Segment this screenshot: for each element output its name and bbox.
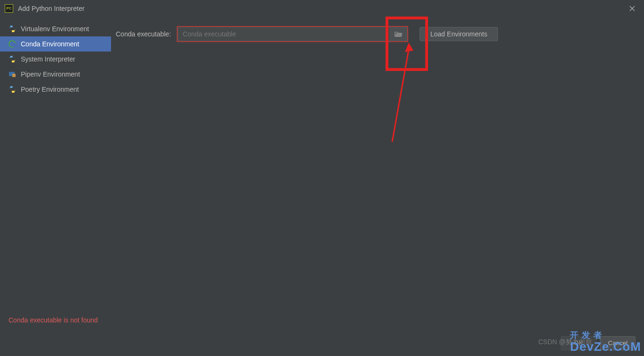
svg-point-4	[11, 56, 12, 57]
svg-point-5	[13, 61, 14, 62]
error-message: Conda executable is not found	[9, 316, 98, 324]
titlebar: PC Add Python Interpreter	[0, 0, 644, 17]
python-icon	[9, 86, 16, 93]
python-icon	[9, 55, 16, 63]
main-area: Virtualenv Environment Conda Environment…	[0, 17, 644, 330]
browse-button[interactable]	[390, 27, 407, 41]
sidebar-item-label: Virtualenv Environment	[21, 25, 89, 33]
sidebar: Virtualenv Environment Conda Environment…	[0, 17, 111, 330]
conda-executable-input-wrap	[177, 26, 408, 42]
sidebar-item-pipenv[interactable]: Pipenv Environment	[0, 67, 111, 82]
conda-executable-input[interactable]	[178, 27, 390, 41]
pipenv-icon	[9, 70, 16, 78]
load-environments-button[interactable]: Load Environments	[420, 27, 498, 41]
python-icon	[9, 25, 16, 33]
conda-executable-row: Conda executable: Load Environments	[116, 26, 639, 42]
dialog-footer: OK Cancel	[0, 330, 644, 356]
folder-open-icon	[395, 31, 402, 37]
conda-executable-label: Conda executable:	[116, 30, 171, 38]
sidebar-item-label: Conda Environment	[21, 40, 79, 48]
sidebar-item-conda[interactable]: Conda Environment	[0, 36, 111, 52]
svg-point-9	[13, 91, 14, 92]
sidebar-item-label: System Interpreter	[21, 55, 75, 63]
sidebar-item-label: Poetry Environment	[21, 86, 79, 93]
svg-point-3	[13, 31, 14, 32]
app-icon: PC	[5, 4, 13, 13]
close-button[interactable]	[625, 1, 639, 16]
sidebar-item-poetry[interactable]: Poetry Environment	[0, 82, 111, 97]
content-panel: Conda executable: Load Environments	[111, 17, 644, 330]
svg-point-2	[11, 26, 12, 27]
window-title: Add Python Interpreter	[18, 5, 625, 12]
sidebar-item-virtualenv[interactable]: Virtualenv Environment	[0, 21, 111, 36]
sidebar-item-system[interactable]: System Interpreter	[0, 52, 111, 67]
svg-point-8	[11, 87, 12, 87]
ok-button[interactable]: OK	[561, 336, 596, 350]
conda-icon	[7, 39, 17, 49]
sidebar-item-label: Pipenv Environment	[21, 70, 80, 78]
svg-rect-7	[12, 74, 16, 77]
cancel-button[interactable]: Cancel	[600, 336, 635, 350]
